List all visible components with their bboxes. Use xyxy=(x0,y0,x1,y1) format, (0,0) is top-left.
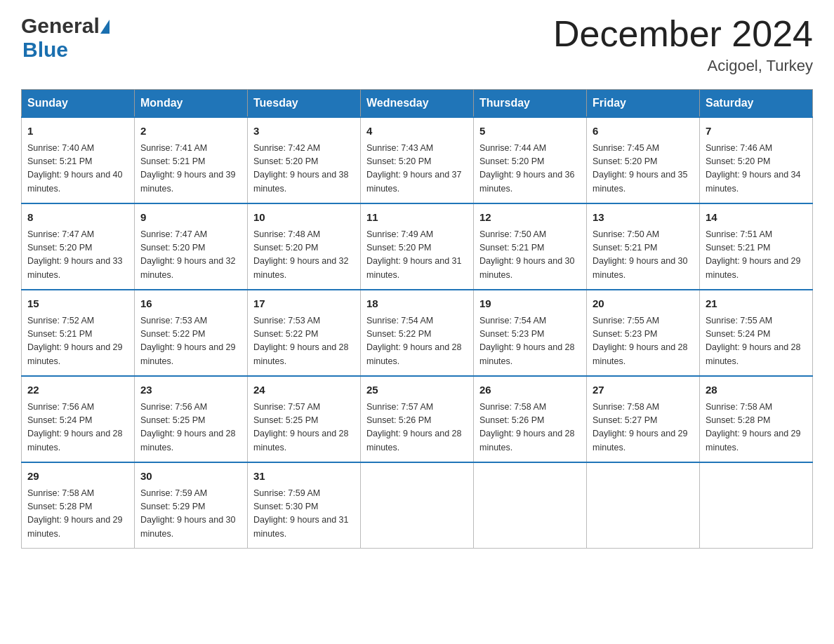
sunset-label: Sunset: 5:23 PM xyxy=(479,329,544,339)
day-cell: 26 Sunrise: 7:58 AM Sunset: 5:26 PM Dayl… xyxy=(474,376,587,462)
day-cell: 3 Sunrise: 7:42 AM Sunset: 5:20 PM Dayli… xyxy=(248,117,361,203)
sunrise-label: Sunrise: 7:44 AM xyxy=(479,143,546,153)
daylight-label: Daylight: 9 hours and 28 minutes. xyxy=(253,429,349,452)
day-info: Sunrise: 7:43 AM Sunset: 5:20 PM Dayligh… xyxy=(366,142,468,196)
day-cell: 11 Sunrise: 7:49 AM Sunset: 5:20 PM Dayl… xyxy=(361,203,474,290)
day-cell: 19 Sunrise: 7:54 AM Sunset: 5:23 PM Dayl… xyxy=(474,290,587,376)
sunrise-label: Sunrise: 7:46 AM xyxy=(706,143,772,153)
daylight-label: Daylight: 9 hours and 33 minutes. xyxy=(27,256,123,279)
day-cell: 25 Sunrise: 7:57 AM Sunset: 5:26 PM Dayl… xyxy=(361,376,474,462)
title-area: December 2024 Acigoel, Turkey xyxy=(553,14,813,75)
daylight-label: Daylight: 9 hours and 31 minutes. xyxy=(366,256,462,279)
day-cell: 8 Sunrise: 7:47 AM Sunset: 5:20 PM Dayli… xyxy=(22,203,135,290)
day-info: Sunrise: 7:58 AM Sunset: 5:27 PM Dayligh… xyxy=(593,401,694,455)
sunrise-label: Sunrise: 7:57 AM xyxy=(366,402,433,412)
week-row-3: 15 Sunrise: 7:52 AM Sunset: 5:21 PM Dayl… xyxy=(22,290,813,376)
day-info: Sunrise: 7:58 AM Sunset: 5:28 PM Dayligh… xyxy=(706,401,807,455)
sunset-label: Sunset: 5:21 PM xyxy=(27,156,92,166)
day-info: Sunrise: 7:57 AM Sunset: 5:26 PM Dayligh… xyxy=(366,401,468,455)
day-cell: 5 Sunrise: 7:44 AM Sunset: 5:20 PM Dayli… xyxy=(474,117,587,203)
day-cell: 7 Sunrise: 7:46 AM Sunset: 5:20 PM Dayli… xyxy=(700,117,813,203)
day-info: Sunrise: 7:55 AM Sunset: 5:23 PM Dayligh… xyxy=(593,314,694,369)
daylight-label: Daylight: 9 hours and 30 minutes. xyxy=(479,256,575,279)
day-number: 26 xyxy=(479,382,581,398)
sunrise-label: Sunrise: 7:54 AM xyxy=(366,316,433,326)
day-number: 16 xyxy=(140,296,241,312)
sunrise-label: Sunrise: 7:51 AM xyxy=(706,229,772,239)
logo-general-text: General xyxy=(21,14,100,38)
daylight-label: Daylight: 9 hours and 28 minutes. xyxy=(593,342,688,365)
daylight-label: Daylight: 9 hours and 38 minutes. xyxy=(253,170,349,193)
day-info: Sunrise: 7:55 AM Sunset: 5:24 PM Dayligh… xyxy=(706,314,807,369)
sunset-label: Sunset: 5:28 PM xyxy=(27,502,92,511)
week-row-4: 22 Sunrise: 7:56 AM Sunset: 5:24 PM Dayl… xyxy=(22,376,813,462)
sunset-label: Sunset: 5:21 PM xyxy=(27,329,92,339)
page-header: General Blue December 2024 Acigoel, Turk… xyxy=(21,14,813,75)
sunset-label: Sunset: 5:20 PM xyxy=(140,243,205,253)
daylight-label: Daylight: 9 hours and 28 minutes. xyxy=(140,429,236,452)
day-cell: 24 Sunrise: 7:57 AM Sunset: 5:25 PM Dayl… xyxy=(248,376,361,462)
daylight-label: Daylight: 9 hours and 28 minutes. xyxy=(479,342,575,365)
sunrise-label: Sunrise: 7:40 AM xyxy=(27,143,94,153)
day-number: 12 xyxy=(479,210,581,226)
day-info: Sunrise: 7:50 AM Sunset: 5:21 PM Dayligh… xyxy=(479,228,581,283)
daylight-label: Daylight: 9 hours and 28 minutes. xyxy=(366,342,462,365)
day-cell xyxy=(587,462,700,549)
day-info: Sunrise: 7:58 AM Sunset: 5:28 PM Dayligh… xyxy=(27,487,128,542)
day-info: Sunrise: 7:59 AM Sunset: 5:29 PM Dayligh… xyxy=(140,487,241,542)
day-number: 21 xyxy=(706,296,807,312)
day-info: Sunrise: 7:56 AM Sunset: 5:24 PM Dayligh… xyxy=(27,401,128,455)
day-info: Sunrise: 7:42 AM Sunset: 5:20 PM Dayligh… xyxy=(253,142,355,196)
day-cell: 1 Sunrise: 7:40 AM Sunset: 5:21 PM Dayli… xyxy=(22,117,135,203)
sunrise-label: Sunrise: 7:47 AM xyxy=(27,229,94,239)
day-number: 7 xyxy=(706,123,807,140)
day-info: Sunrise: 7:47 AM Sunset: 5:20 PM Dayligh… xyxy=(140,228,241,283)
day-number: 18 xyxy=(366,296,468,312)
day-number: 10 xyxy=(253,210,355,226)
daylight-label: Daylight: 9 hours and 35 minutes. xyxy=(593,170,688,193)
sunrise-label: Sunrise: 7:58 AM xyxy=(593,402,659,412)
day-info: Sunrise: 7:52 AM Sunset: 5:21 PM Dayligh… xyxy=(27,314,128,369)
calendar-header-row: SundayMondayTuesdayWednesdayThursdayFrid… xyxy=(22,90,813,118)
day-cell: 12 Sunrise: 7:50 AM Sunset: 5:21 PM Dayl… xyxy=(474,203,587,290)
calendar-table: SundayMondayTuesdayWednesdayThursdayFrid… xyxy=(21,89,813,549)
daylight-label: Daylight: 9 hours and 28 minutes. xyxy=(479,429,575,452)
daylight-label: Daylight: 9 hours and 32 minutes. xyxy=(253,256,349,279)
week-row-5: 29 Sunrise: 7:58 AM Sunset: 5:28 PM Dayl… xyxy=(22,462,813,549)
sunrise-label: Sunrise: 7:53 AM xyxy=(253,316,320,326)
location-title: Acigoel, Turkey xyxy=(553,57,813,75)
sunrise-label: Sunrise: 7:49 AM xyxy=(366,229,433,239)
day-number: 17 xyxy=(253,296,355,312)
daylight-label: Daylight: 9 hours and 31 minutes. xyxy=(253,515,349,538)
day-cell xyxy=(474,462,587,549)
month-title: December 2024 xyxy=(553,14,813,54)
sunset-label: Sunset: 5:25 PM xyxy=(253,415,318,425)
column-header-monday: Monday xyxy=(135,90,248,118)
sunrise-label: Sunrise: 7:57 AM xyxy=(253,402,320,412)
sunrise-label: Sunrise: 7:45 AM xyxy=(593,143,659,153)
day-info: Sunrise: 7:54 AM Sunset: 5:22 PM Dayligh… xyxy=(366,314,468,369)
sunset-label: Sunset: 5:21 PM xyxy=(140,156,205,166)
day-number: 29 xyxy=(27,469,128,485)
sunrise-label: Sunrise: 7:54 AM xyxy=(479,316,546,326)
day-number: 20 xyxy=(593,296,694,312)
day-cell: 20 Sunrise: 7:55 AM Sunset: 5:23 PM Dayl… xyxy=(587,290,700,376)
sunset-label: Sunset: 5:21 PM xyxy=(593,243,657,253)
day-number: 3 xyxy=(253,123,355,140)
day-cell xyxy=(361,462,474,549)
sunrise-label: Sunrise: 7:55 AM xyxy=(593,316,659,326)
day-number: 13 xyxy=(593,210,694,226)
day-info: Sunrise: 7:57 AM Sunset: 5:25 PM Dayligh… xyxy=(253,401,355,455)
day-number: 14 xyxy=(706,210,807,226)
sunset-label: Sunset: 5:27 PM xyxy=(593,415,657,425)
day-info: Sunrise: 7:40 AM Sunset: 5:21 PM Dayligh… xyxy=(27,142,128,196)
sunrise-label: Sunrise: 7:48 AM xyxy=(253,229,320,239)
day-cell: 21 Sunrise: 7:55 AM Sunset: 5:24 PM Dayl… xyxy=(700,290,813,376)
day-number: 5 xyxy=(479,123,581,140)
day-number: 30 xyxy=(140,469,241,485)
day-cell: 17 Sunrise: 7:53 AM Sunset: 5:22 PM Dayl… xyxy=(248,290,361,376)
day-number: 9 xyxy=(140,210,241,226)
column-header-wednesday: Wednesday xyxy=(361,90,474,118)
sunrise-label: Sunrise: 7:50 AM xyxy=(593,229,659,239)
sunset-label: Sunset: 5:20 PM xyxy=(706,156,770,166)
